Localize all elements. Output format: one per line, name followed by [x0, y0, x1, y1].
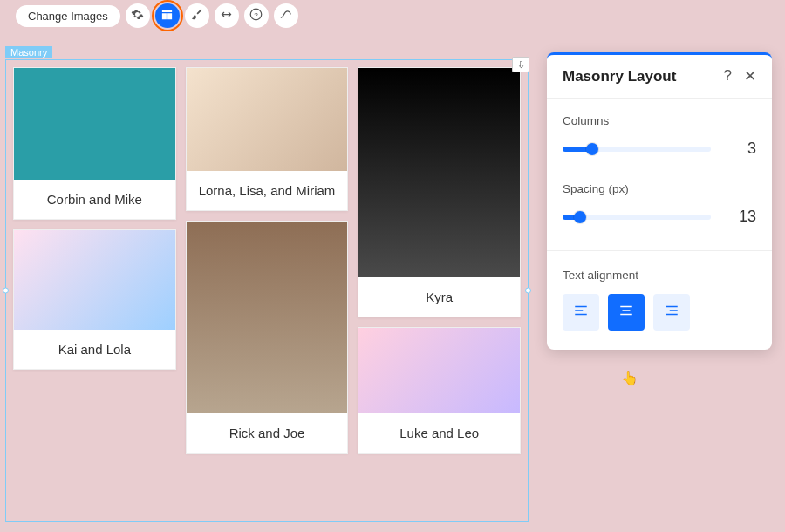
thumbnail	[187, 222, 348, 413]
spacing-value: 13	[732, 208, 756, 226]
masonry-grid: Corbin and Mike Kai and Lola Lorna, Lisa…	[13, 67, 521, 454]
question-icon: ?	[249, 8, 263, 24]
toolbar: Change Images ?	[0, 0, 785, 31]
columns-value: 3	[732, 140, 756, 158]
caption: Corbin and Mike	[14, 180, 175, 219]
caption: Rick and Joe	[187, 413, 348, 453]
alignment-label: Text alignment	[563, 269, 756, 282]
spacing-label: Spacing (px)	[563, 182, 756, 195]
align-right-icon	[664, 303, 679, 322]
layout-panel: Masonry Layout ? ✕ Columns 3 Spacing (px…	[547, 52, 772, 350]
gallery-frame[interactable]: ⇩ Corbin and Mike Kai and Lola Lorna, Li…	[5, 59, 529, 522]
cursor-icon: 👆	[621, 370, 638, 386]
canvas: Masonry ⇩ Corbin and Mike Kai and Lola L…	[5, 44, 529, 523]
resize-handle-right[interactable]	[525, 288, 531, 294]
resize-handle-left[interactable]	[3, 288, 9, 294]
align-center-button[interactable]	[608, 294, 645, 331]
widget-label: Masonry	[5, 46, 52, 58]
curve-icon	[279, 8, 292, 24]
columns-label: Columns	[563, 114, 756, 127]
gallery-card[interactable]: Corbin and Mike	[13, 67, 176, 220]
settings-button[interactable]	[126, 3, 150, 28]
caption: Lorna, Lisa, and Miriam	[187, 171, 348, 210]
thumbnail	[14, 68, 175, 180]
layout-icon	[160, 8, 174, 24]
gallery-card[interactable]: Lorna, Lisa, and Miriam	[186, 67, 349, 211]
panel-header: Masonry Layout ? ✕	[547, 55, 772, 99]
thumbnail	[187, 68, 348, 171]
align-left-icon	[573, 303, 589, 322]
caption: Kyra	[358, 277, 520, 317]
gallery-card[interactable]: Rick and Joe	[186, 221, 349, 454]
panel-title: Masonry Layout	[563, 68, 676, 85]
stretch-button[interactable]	[215, 3, 239, 28]
change-images-button[interactable]: Change Images	[16, 5, 120, 27]
gallery-card[interactable]: Kyra	[358, 67, 521, 317]
brush-icon	[190, 8, 203, 24]
help-button[interactable]: ?	[244, 3, 269, 28]
caption: Kai and Lola	[14, 330, 175, 369]
caption: Luke and Leo	[358, 413, 520, 453]
close-icon[interactable]: ✕	[744, 67, 756, 85]
thumbnail	[358, 68, 520, 277]
layout-button[interactable]	[155, 3, 180, 28]
gallery-card[interactable]: Kai and Lola	[13, 229, 176, 370]
thumbnail	[358, 328, 520, 413]
gallery-card[interactable]: Luke and Leo	[358, 327, 521, 454]
align-right-button[interactable]	[653, 294, 690, 331]
design-button[interactable]	[185, 3, 209, 28]
panel-help-icon[interactable]: ?	[724, 67, 732, 85]
svg-text:?: ?	[255, 11, 259, 19]
align-center-icon	[618, 303, 634, 322]
thumbnail	[14, 230, 175, 330]
arrows-h-icon	[220, 8, 233, 24]
align-left-button[interactable]	[563, 294, 599, 331]
columns-slider[interactable]	[563, 147, 711, 152]
gear-icon	[131, 8, 144, 24]
spacing-slider[interactable]	[563, 215, 711, 220]
animation-button[interactable]	[274, 3, 298, 28]
download-icon[interactable]: ⇩	[512, 57, 529, 72]
